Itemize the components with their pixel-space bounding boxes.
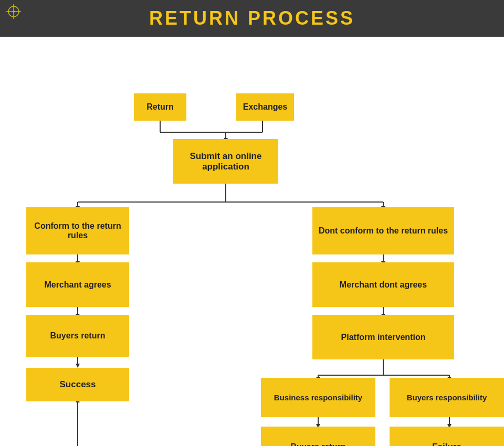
page-header: RETURN PROCESS	[0, 0, 504, 37]
platform-box: Platform intervention	[312, 315, 454, 359]
svg-point-3	[13, 10, 15, 13]
buyers-resp-box: Buyers responsibility	[390, 378, 504, 417]
buyers-return-left-box: Buyers return	[26, 315, 129, 357]
merchant-agrees-box: Merchant agrees	[26, 262, 129, 307]
failure-box: Failure	[390, 427, 504, 446]
crosshair-icon	[6, 4, 21, 19]
flowchart: Return Exchanges Submit an online applic…	[0, 37, 504, 446]
svg-marker-21	[76, 364, 80, 368]
dont-conform-box: Dont conform to the return rules	[312, 207, 454, 254]
return-box: Return	[134, 93, 186, 121]
success-box: Success	[26, 368, 129, 401]
exchanges-box: Exchanges	[236, 93, 294, 121]
page-title: RETURN PROCESS	[149, 7, 355, 29]
business-resp-box: Business responsibility	[261, 378, 375, 417]
merchant-dont-box: Merchant dont agrees	[312, 262, 454, 307]
submit-box: Submit an online application	[173, 139, 278, 184]
conform-box: Conform to the return rules	[26, 207, 129, 254]
buyers-return-right-box: Buyers return	[261, 427, 375, 446]
